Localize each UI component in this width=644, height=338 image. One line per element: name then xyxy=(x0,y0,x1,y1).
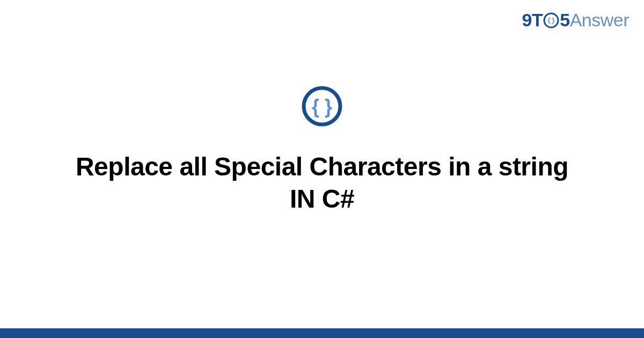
footer-bar xyxy=(0,328,644,338)
svg-text:{ }: { } xyxy=(312,95,332,117)
braces-icon: { } xyxy=(301,85,343,127)
page-title: Replace all Special Characters in a stri… xyxy=(70,151,574,215)
main-content: { } Replace all Special Characters in a … xyxy=(0,0,644,338)
